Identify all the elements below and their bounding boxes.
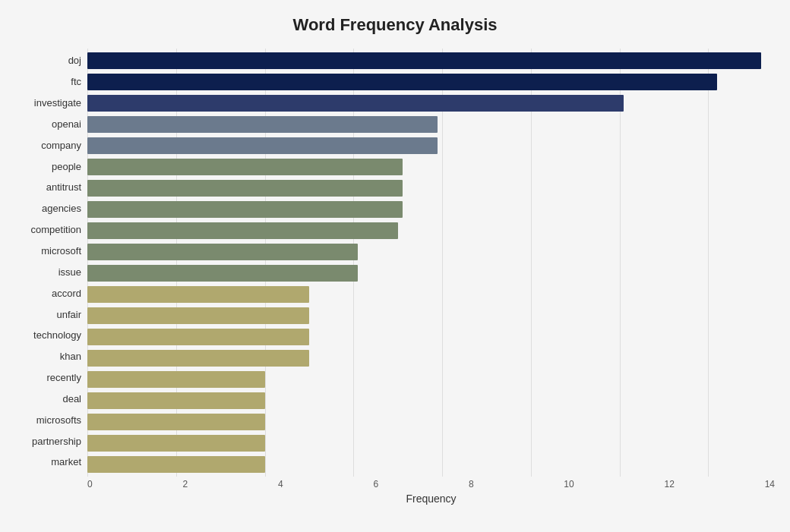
bar-row — [87, 178, 775, 199]
bar-row — [87, 284, 775, 305]
y-axis-label: microsofts — [36, 409, 81, 430]
bar-deal — [87, 392, 265, 409]
y-axis-label: microsoft — [41, 241, 81, 262]
bar-row — [87, 93, 775, 114]
bar-row — [87, 263, 775, 284]
chart-area: dojftcinvestigateopenaicompanypeopleanti… — [15, 49, 775, 474]
bar-row — [87, 390, 775, 411]
plot-area — [87, 49, 775, 474]
bar-accord — [87, 286, 309, 303]
bar-people — [87, 159, 403, 175]
bar-doj — [87, 52, 761, 69]
y-axis-label: investigate — [34, 93, 81, 114]
bottom-section: 02468101214 Frequency — [87, 474, 775, 505]
x-tick: 6 — [373, 479, 378, 490]
bar-recently — [87, 371, 265, 388]
bar-company — [87, 137, 438, 154]
y-axis-label: doj — [68, 50, 81, 71]
bar-row — [87, 411, 775, 433]
y-axis-label: company — [41, 134, 81, 156]
y-axis-label: partnership — [32, 430, 81, 452]
bar-investigate — [87, 95, 624, 112]
y-axis-label: unfair — [56, 304, 81, 325]
bar-row — [87, 220, 775, 241]
bar-microsofts — [87, 414, 265, 430]
bar-competition — [87, 222, 398, 239]
bar-row — [87, 50, 775, 71]
bar-row — [87, 156, 775, 178]
bar-row — [87, 454, 775, 475]
y-axis-label: competition — [31, 219, 81, 241]
y-axis-label: antitrust — [46, 177, 81, 198]
bar-partnership — [87, 435, 265, 452]
x-axis: 02468101214 — [87, 474, 775, 490]
bar-agencies — [87, 201, 403, 218]
bars-wrapper — [87, 49, 775, 477]
y-axis-label: deal — [62, 389, 81, 410]
y-axis-label: technology — [33, 325, 81, 346]
bar-antitrust — [87, 180, 403, 197]
y-axis-label: recently — [46, 367, 81, 389]
bar-ftc — [87, 74, 717, 90]
x-tick: 10 — [564, 479, 574, 490]
x-tick: 14 — [765, 479, 775, 490]
bar-row — [87, 433, 775, 454]
bar-row — [87, 369, 775, 390]
y-axis-label: accord — [52, 282, 81, 304]
bar-row — [87, 305, 775, 326]
bar-row — [87, 348, 775, 369]
y-axis-label: issue — [58, 261, 81, 282]
bar-issue — [87, 265, 358, 282]
x-tick: 8 — [469, 479, 474, 490]
x-tick: 2 — [182, 479, 188, 490]
bar-row — [87, 199, 775, 220]
y-axis: dojftcinvestigateopenaicompanypeopleanti… — [15, 49, 87, 474]
x-tick: 4 — [278, 479, 283, 490]
bar-openai — [87, 116, 438, 133]
bar-row — [87, 241, 775, 263]
bar-market — [87, 456, 265, 473]
bar-row — [87, 326, 775, 348]
bar-unfair — [87, 307, 309, 324]
bar-microsoft — [87, 244, 358, 260]
x-tick: 0 — [87, 479, 93, 490]
x-tick: 12 — [664, 479, 674, 490]
bar-row — [87, 114, 775, 135]
y-axis-label: market — [51, 452, 81, 473]
chart-title: Word Frequency Analysis — [15, 15, 775, 35]
y-axis-label: people — [52, 156, 81, 177]
bar-khan — [87, 350, 309, 367]
y-axis-label: openai — [52, 114, 81, 135]
bar-row — [87, 71, 775, 93]
y-axis-label: ftc — [71, 71, 81, 93]
y-axis-label: agencies — [42, 198, 81, 219]
bar-row — [87, 135, 775, 156]
bar-technology — [87, 329, 309, 345]
x-axis-label: Frequency — [87, 493, 775, 505]
y-axis-label: khan — [60, 346, 81, 367]
chart-container: Word Frequency Analysis dojftcinvestigat… — [0, 0, 790, 532]
